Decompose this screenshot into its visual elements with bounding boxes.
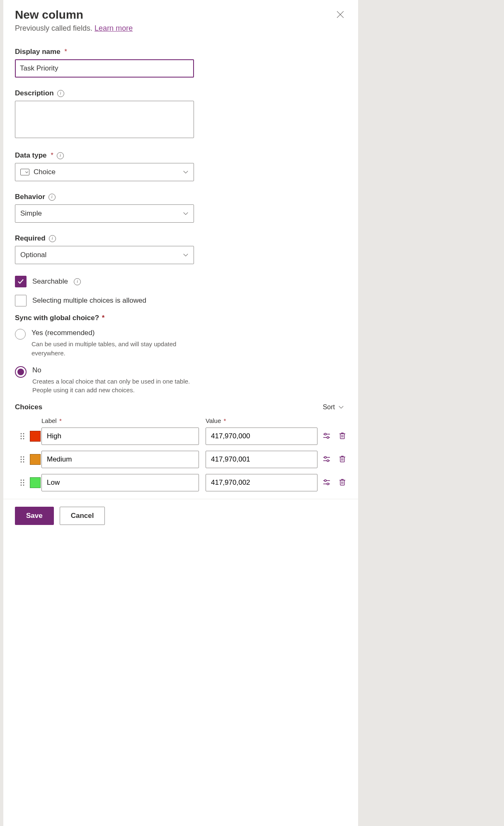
- svg-point-3: [23, 436, 24, 437]
- info-icon[interactable]: i: [57, 152, 64, 159]
- choice-settings-button[interactable]: [322, 454, 332, 465]
- save-button[interactable]: Save: [15, 507, 54, 525]
- display-name-label: Display name: [15, 48, 61, 56]
- required-asterisk: *: [102, 314, 105, 322]
- svg-point-0: [21, 433, 22, 435]
- svg-point-20: [325, 456, 326, 458]
- choice-value-input[interactable]: [206, 451, 317, 468]
- info-icon[interactable]: i: [49, 235, 56, 242]
- choice-row: [15, 428, 346, 445]
- info-icon[interactable]: i: [48, 194, 56, 201]
- choices-header: Choices Sort: [15, 403, 346, 411]
- multi-select-row: Selecting multiple choices is allowed: [15, 295, 194, 306]
- drag-handle[interactable]: [15, 432, 30, 440]
- choice-row: [15, 451, 346, 468]
- sync-no-radio[interactable]: [15, 366, 27, 378]
- svg-rect-10: [340, 434, 344, 439]
- choices-grid: Label * Value *: [15, 417, 346, 491]
- svg-point-7: [325, 433, 326, 435]
- drag-handle[interactable]: [15, 456, 30, 463]
- required-select[interactable]: Optional: [15, 246, 194, 264]
- chevron-down-icon: [338, 404, 344, 410]
- close-icon: [337, 11, 344, 18]
- data-type-value: Choice: [34, 168, 56, 176]
- choice-value-input[interactable]: [206, 428, 317, 445]
- description-label: Description: [15, 89, 54, 97]
- data-type-select[interactable]: Choice: [15, 163, 194, 181]
- svg-point-17: [21, 462, 22, 463]
- svg-point-9: [327, 436, 329, 438]
- sync-yes-option: Yes (recommended) Can be used in multipl…: [15, 329, 194, 358]
- learn-more-link[interactable]: Learn more: [94, 24, 133, 32]
- color-swatch[interactable]: [30, 431, 41, 442]
- color-swatch[interactable]: [30, 454, 41, 465]
- info-icon[interactable]: i: [57, 90, 64, 97]
- choice-delete-button[interactable]: [337, 454, 347, 465]
- sync-yes-label: Yes (recommended): [32, 329, 194, 337]
- behavior-label: Behavior: [15, 193, 45, 201]
- svg-point-18: [23, 462, 24, 463]
- info-icon[interactable]: i: [74, 278, 81, 285]
- choice-row: [15, 474, 346, 491]
- required-asterisk: *: [65, 48, 67, 56]
- multi-select-checkbox[interactable]: [15, 295, 27, 306]
- chevron-down-icon: [183, 211, 189, 216]
- sort-button[interactable]: Sort: [320, 403, 346, 411]
- sync-no-desc: Creates a local choice that can only be …: [32, 377, 194, 395]
- required-asterisk: *: [51, 152, 53, 159]
- searchable-label: Searchable: [32, 277, 68, 286]
- svg-point-31: [23, 485, 24, 486]
- sync-label: Sync with global choice? *: [15, 314, 194, 322]
- required-label: Required: [15, 234, 46, 243]
- drag-handle[interactable]: [15, 479, 30, 486]
- choice-settings-button[interactable]: [322, 477, 332, 488]
- sort-label: Sort: [323, 403, 335, 411]
- cancel-button[interactable]: Cancel: [60, 507, 105, 525]
- sync-no-label: No: [32, 366, 194, 374]
- svg-point-5: [23, 438, 24, 440]
- choice-settings-button[interactable]: [322, 431, 332, 442]
- svg-point-1: [23, 433, 24, 435]
- choices-title: Choices: [15, 403, 42, 411]
- searchable-checkbox[interactable]: [15, 276, 27, 287]
- field-data-type: Data type* i Choice: [15, 151, 194, 181]
- form-body: Display name* Description i Data type* i…: [15, 48, 194, 395]
- choice-label-input[interactable]: [41, 428, 199, 445]
- chevron-down-icon: [183, 169, 189, 175]
- panel-header: New column Previously called fields. Lea…: [15, 8, 346, 48]
- close-button[interactable]: [334, 8, 346, 22]
- description-input[interactable]: [15, 101, 194, 138]
- choice-label-input[interactable]: [41, 451, 199, 468]
- field-behavior: Behavior i Simple: [15, 193, 194, 223]
- svg-point-16: [23, 459, 24, 460]
- color-swatch[interactable]: [30, 477, 41, 488]
- data-type-label: Data type: [15, 151, 47, 160]
- svg-point-27: [23, 480, 24, 481]
- choice-value-input[interactable]: [206, 474, 317, 491]
- choice-label-input[interactable]: [41, 474, 199, 491]
- svg-point-26: [21, 480, 22, 481]
- col-label-header: Label *: [41, 417, 199, 424]
- sync-yes-desc: Can be used in multiple tables, and will…: [32, 340, 194, 358]
- col-value-header: Value *: [206, 417, 317, 424]
- display-name-input[interactable]: [15, 59, 194, 78]
- svg-point-22: [327, 459, 329, 461]
- svg-point-4: [21, 438, 22, 440]
- svg-point-33: [325, 479, 326, 481]
- field-display-name: Display name*: [15, 48, 194, 78]
- sync-no-option: No Creates a local choice that can only …: [15, 366, 194, 395]
- svg-point-15: [21, 459, 22, 460]
- svg-point-14: [23, 457, 24, 458]
- footer: Save Cancel: [3, 499, 358, 537]
- choice-delete-button[interactable]: [337, 477, 347, 488]
- sync-yes-radio[interactable]: [15, 329, 26, 340]
- behavior-select[interactable]: Simple: [15, 204, 194, 223]
- svg-point-30: [21, 485, 22, 486]
- choices-head-row: Label * Value *: [15, 417, 346, 424]
- chevron-down-icon: [183, 252, 189, 258]
- new-column-panel: New column Previously called fields. Lea…: [3, 0, 358, 826]
- choice-delete-button[interactable]: [337, 431, 347, 442]
- required-value: Optional: [20, 251, 46, 259]
- field-required: Required i Optional: [15, 234, 194, 264]
- svg-point-13: [21, 457, 22, 458]
